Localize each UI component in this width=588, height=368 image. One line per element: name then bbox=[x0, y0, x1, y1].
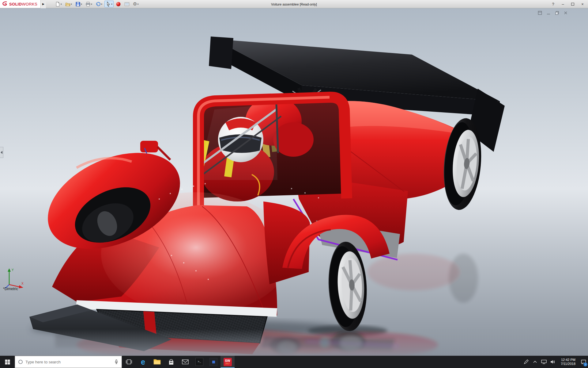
start-button[interactable] bbox=[0, 356, 15, 368]
volume-icon bbox=[550, 360, 555, 364]
store-icon bbox=[168, 358, 174, 365]
windows-taskbar: e >_ SW 2017 bbox=[0, 356, 588, 368]
mail-icon bbox=[182, 359, 189, 364]
appearance-sphere-icon bbox=[116, 2, 121, 7]
solidworks-app-icon: SW 2017 bbox=[224, 358, 232, 366]
system-tray: 12:42 PM 7/11/2018 2 bbox=[523, 356, 588, 368]
clock-time: 12:42 PM bbox=[561, 358, 575, 362]
side-mirror bbox=[140, 141, 158, 152]
edge-icon: e bbox=[141, 358, 145, 366]
volume-button[interactable] bbox=[549, 356, 556, 368]
open-button[interactable]: ▾ bbox=[64, 1, 73, 7]
microphone-icon[interactable] bbox=[114, 359, 119, 364]
3d-scene[interactable] bbox=[0, 8, 588, 356]
options-button[interactable]: ⚙ ▾ bbox=[132, 1, 140, 7]
command-prompt-icon: >_ bbox=[195, 358, 203, 366]
drawing-sheet-button[interactable] bbox=[123, 1, 131, 7]
close-button[interactable]: × bbox=[578, 1, 587, 7]
pen-icon bbox=[524, 359, 529, 364]
feature-panel-collapse-tab[interactable] bbox=[0, 147, 3, 158]
edit-appearance-button[interactable] bbox=[115, 1, 122, 7]
search-input[interactable] bbox=[25, 360, 112, 364]
undo-button[interactable]: ▾ bbox=[94, 1, 104, 7]
triad-y-label: Y bbox=[12, 268, 14, 272]
help-button[interactable]: ? bbox=[549, 1, 557, 7]
clock-date: 7/11/2018 bbox=[561, 362, 575, 366]
minimize-button[interactable]: – bbox=[559, 1, 567, 7]
save-button[interactable]: ▾ bbox=[74, 1, 83, 7]
titlebar: SOLIDWORKS ▶ ▾ ▾ ▾ bbox=[0, 0, 588, 8]
collapse-arrow-icon bbox=[1, 151, 2, 154]
file-explorer-button[interactable] bbox=[150, 356, 164, 368]
mail-button[interactable] bbox=[178, 356, 192, 368]
select-cursor-icon bbox=[106, 2, 111, 7]
graphics-viewport[interactable]: Y X *Dimetric bbox=[0, 8, 588, 356]
task-view-icon bbox=[126, 358, 132, 365]
dropdown-arrow-icon[interactable]: ▾ bbox=[61, 3, 62, 6]
quick-toolbar: ▾ ▾ ▾ ▾ ▾ bbox=[54, 1, 140, 7]
solidworks-app-button[interactable]: SW 2017 bbox=[221, 356, 235, 368]
network-icon bbox=[541, 360, 547, 364]
store-button[interactable] bbox=[164, 356, 178, 368]
windows-ink-button[interactable] bbox=[523, 356, 530, 368]
dassault-swirl-icon bbox=[2, 1, 8, 7]
command-prompt-button[interactable]: >_ bbox=[192, 356, 206, 368]
dropdown-arrow-icon[interactable]: ▾ bbox=[111, 3, 112, 6]
network-button[interactable] bbox=[541, 356, 547, 368]
notification-badge: 2 bbox=[583, 362, 587, 366]
floor-fade bbox=[0, 329, 588, 356]
windows-logo-icon bbox=[5, 359, 10, 365]
file-explorer-icon bbox=[153, 359, 161, 365]
maximize-button[interactable] bbox=[568, 1, 577, 7]
minimize-document-button[interactable] bbox=[546, 10, 551, 15]
undo-icon bbox=[96, 2, 101, 7]
window-controls: ? – × bbox=[549, 0, 587, 8]
app-window-button[interactable] bbox=[206, 356, 221, 368]
print-icon bbox=[85, 2, 91, 7]
app-window-icon bbox=[209, 358, 217, 366]
dropdown-arrow-icon[interactable]: ▾ bbox=[91, 3, 92, 6]
view-orientation-label: *Dimetric bbox=[3, 287, 18, 291]
chevron-up-icon bbox=[533, 361, 537, 363]
taskbar-clock[interactable]: 12:42 PM 7/11/2018 bbox=[558, 358, 578, 366]
gear-icon: ⚙ bbox=[133, 2, 137, 6]
restore-document-button[interactable] bbox=[555, 10, 559, 15]
task-view-button[interactable] bbox=[122, 356, 136, 368]
restore-panel-button[interactable] bbox=[537, 10, 542, 15]
new-document-icon bbox=[55, 2, 60, 7]
save-icon bbox=[75, 2, 81, 7]
close-document-button[interactable] bbox=[563, 10, 568, 15]
dropdown-arrow-icon[interactable]: ▾ bbox=[81, 3, 82, 6]
dropdown-arrow-icon[interactable]: ▾ bbox=[71, 3, 72, 6]
dropdown-arrow-icon[interactable]: ▾ bbox=[101, 3, 102, 6]
triad-x-label: X bbox=[21, 282, 24, 285]
maximize-icon bbox=[571, 3, 574, 6]
print-button[interactable]: ▾ bbox=[84, 1, 93, 7]
select-button[interactable]: ▾ bbox=[104, 1, 114, 7]
taskbar-search[interactable] bbox=[15, 356, 122, 368]
open-folder-icon bbox=[65, 2, 70, 7]
document-window-controls bbox=[537, 10, 568, 15]
action-center-button[interactable]: 2 bbox=[580, 356, 587, 368]
dropdown-arrow-icon[interactable]: ▾ bbox=[137, 3, 138, 6]
sheet-icon bbox=[124, 2, 130, 7]
cortana-circle-icon bbox=[18, 359, 23, 364]
brand-text: SOLIDWORKS bbox=[9, 2, 37, 6]
show-hidden-icons-button[interactable] bbox=[532, 356, 538, 368]
menu-expand-button[interactable]: ▶ bbox=[40, 0, 46, 8]
solidworks-logo: SOLIDWORKS bbox=[0, 0, 40, 8]
edge-button[interactable]: e bbox=[136, 356, 150, 368]
new-document-button[interactable]: ▾ bbox=[54, 1, 63, 7]
